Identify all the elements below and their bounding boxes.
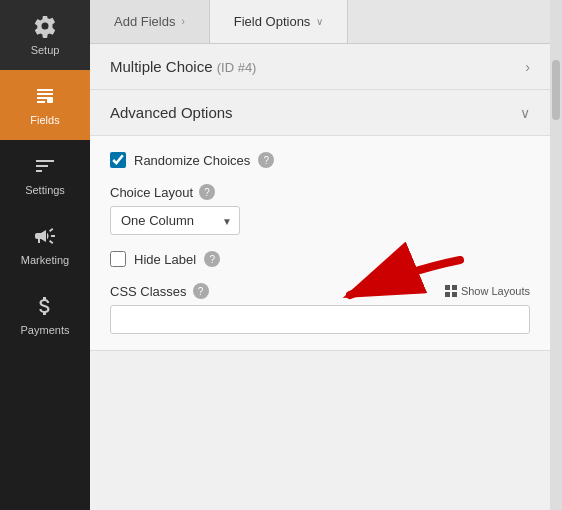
randomize-choices-label: Randomize Choices [134,153,250,168]
show-layouts-icon [445,285,457,297]
main-panel: Add Fields › Field Options ∨ Multiple Ch… [90,0,550,510]
sidebar-item-marketing-label: Marketing [21,254,69,266]
svg-rect-4 [452,292,457,297]
sidebar-item-setup[interactable]: Setup [0,0,90,70]
advanced-options-chevron: ∨ [520,105,530,121]
field-title-section[interactable]: Multiple Choice (ID #4) › [90,44,550,90]
advanced-options-title: Advanced Options [110,104,233,121]
svg-rect-0 [47,97,53,103]
field-options-chevron: ∨ [316,16,323,27]
css-classes-help-icon[interactable]: ? [193,283,209,299]
hide-label-text: Hide Label [134,252,196,267]
advanced-options-content: Randomize Choices ? Choice Layout ? One … [90,136,550,351]
svg-rect-2 [452,285,457,290]
tab-bar: Add Fields › Field Options ∨ [90,0,550,44]
show-layouts-button[interactable]: Show Layouts [445,285,530,297]
scrollbar-thumb [552,60,560,120]
show-layouts-label: Show Layouts [461,285,530,297]
svg-rect-1 [445,285,450,290]
svg-rect-3 [445,292,450,297]
field-title: Multiple Choice (ID #4) [110,58,256,75]
sidebar-item-settings-label: Settings [25,184,65,196]
css-classes-label-row: CSS Classes ? Show Layouts [110,283,530,299]
choice-layout-select-wrapper: One Column Two Columns Three Columns ▼ [110,206,240,235]
choice-layout-label-row: Choice Layout ? [110,184,530,200]
add-fields-chevron: › [181,16,184,27]
randomize-choices-row: Randomize Choices ? [110,152,530,168]
sidebar-item-settings[interactable]: Settings [0,140,90,210]
sidebar-item-setup-label: Setup [31,44,60,56]
fields-icon [33,84,57,108]
randomize-choices-checkbox[interactable] [110,152,126,168]
randomize-choices-help-icon[interactable]: ? [258,152,274,168]
hide-label-row: Hide Label ? [110,251,530,267]
tab-add-fields[interactable]: Add Fields › [90,0,210,43]
marketing-icon [33,224,57,248]
sidebar: Setup Fields Settings Marketing Payments [0,0,90,510]
gear-icon [33,14,57,38]
sidebar-item-marketing[interactable]: Marketing [0,210,90,280]
css-classes-label: CSS Classes [110,284,187,299]
field-title-chevron: › [525,59,530,75]
choice-layout-select[interactable]: One Column Two Columns Three Columns [110,206,240,235]
advanced-options-section[interactable]: Advanced Options ∨ [90,90,550,136]
hide-label-help-icon[interactable]: ? [204,251,220,267]
hide-label-checkbox[interactable] [110,251,126,267]
tab-field-options[interactable]: Field Options ∨ [210,0,349,43]
choice-layout-label: Choice Layout [110,185,193,200]
sidebar-item-fields-label: Fields [30,114,59,126]
sidebar-item-payments-label: Payments [21,324,70,336]
sidebar-item-payments[interactable]: Payments [0,280,90,350]
sidebar-item-fields[interactable]: Fields [0,70,90,140]
scrollbar[interactable] [550,0,562,510]
settings-icon [33,154,57,178]
payments-icon [33,294,57,318]
css-classes-left: CSS Classes ? [110,283,209,299]
panel-content: Multiple Choice (ID #4) › Advanced Optio… [90,44,550,510]
choice-layout-help-icon[interactable]: ? [199,184,215,200]
field-id: (ID #4) [217,60,257,75]
css-classes-input[interactable] [110,305,530,334]
